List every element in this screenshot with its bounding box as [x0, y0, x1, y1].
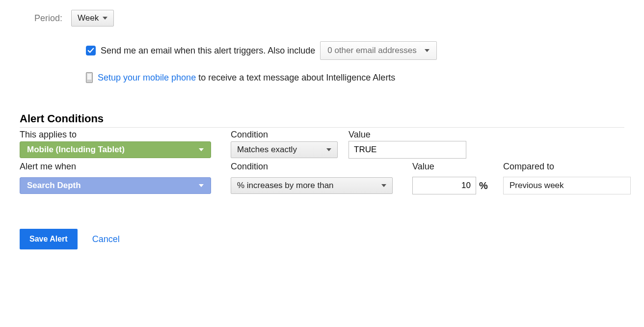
mobile-phone-icon	[86, 72, 93, 83]
condition-select-1[interactable]: Matches exactly	[231, 141, 338, 158]
condition-value-2: % increases by more than	[237, 181, 334, 191]
condition-label-2: Condition	[231, 162, 407, 173]
save-alert-button[interactable]: Save Alert	[20, 229, 78, 249]
percent-sign: %	[479, 180, 488, 191]
compared-to-label: Compared to	[503, 162, 631, 173]
check-icon	[87, 47, 94, 54]
value-label-2: Value	[412, 162, 498, 173]
caret-down-icon	[103, 17, 107, 20]
caret-down-icon	[199, 184, 204, 187]
period-select[interactable]: Week	[71, 10, 114, 27]
alert-when-label: Alert me when	[20, 162, 226, 173]
setup-mobile-link[interactable]: Setup your mobile phone	[98, 73, 196, 82]
email-checkbox[interactable]	[86, 46, 96, 55]
period-value: Week	[78, 13, 99, 23]
alert-conditions-heading: Alert Conditions	[20, 112, 624, 125]
other-emails-value: 0 other email addresses	[327, 46, 416, 55]
condition-value-1: Matches exactly	[237, 145, 297, 155]
compared-to-value[interactable]: Previous week	[503, 177, 631, 194]
caret-down-icon	[381, 184, 386, 187]
value-label-1: Value	[349, 130, 476, 141]
alert-when-select[interactable]: Search Depth	[20, 177, 211, 194]
applies-to-value: Mobile (Including Tablet)	[27, 145, 125, 155]
mobile-suffix: to receive a text message about Intellig…	[196, 73, 395, 82]
caret-down-icon	[199, 148, 204, 151]
value-input-1[interactable]	[349, 141, 466, 159]
applies-to-label: This applies to	[20, 130, 226, 141]
caret-down-icon	[425, 49, 429, 52]
applies-to-select[interactable]: Mobile (Including Tablet)	[20, 141, 211, 158]
condition-label-1: Condition	[231, 130, 344, 141]
condition-select-2[interactable]: % increases by more than	[231, 177, 393, 194]
alert-when-value: Search Depth	[27, 181, 81, 191]
period-label: Period:	[34, 13, 62, 24]
divider	[20, 127, 624, 128]
value-input-2[interactable]	[412, 177, 476, 194]
email-text: Send me an email when this alert trigger…	[101, 46, 315, 56]
caret-down-icon	[326, 148, 331, 151]
cancel-link[interactable]: Cancel	[92, 234, 120, 245]
other-emails-select[interactable]: 0 other email addresses	[320, 41, 436, 60]
